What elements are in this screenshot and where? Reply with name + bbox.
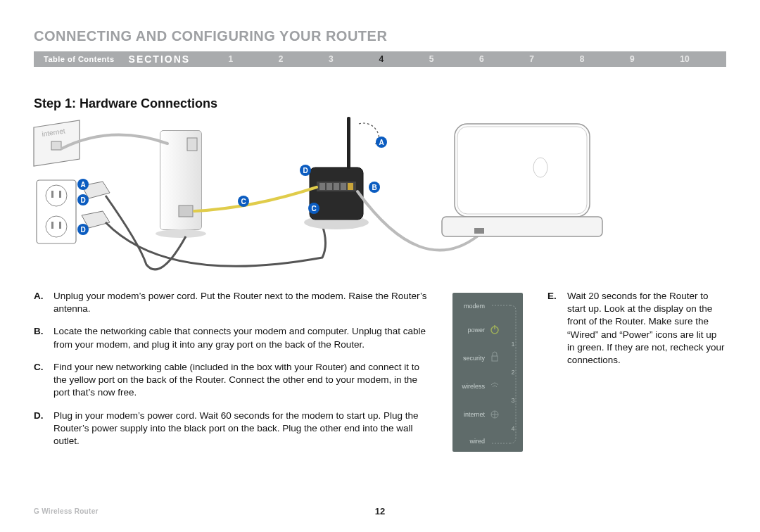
svg-rect-0: [51, 141, 61, 150]
step-letter: D.: [34, 410, 53, 448]
svg-text:2: 2: [511, 369, 514, 376]
list-item: D. Plug in your modem’s power cord. Wait…: [34, 410, 428, 448]
page-footer: G Wireless Router 12: [34, 507, 726, 515]
svg-rect-18: [179, 205, 193, 217]
step-text: Find your new networking cable (included…: [53, 361, 428, 400]
modem-icon: [156, 131, 206, 238]
svg-text:D: D: [303, 167, 308, 175]
svg-rect-2: [37, 180, 76, 243]
svg-point-19: [156, 229, 206, 238]
list-item: A. Unplug your modem’s power cord. Put t…: [34, 290, 428, 315]
svg-text:B: B: [372, 184, 376, 191]
nav-section-2[interactable]: 2: [274, 53, 288, 65]
nav-toc-link[interactable]: Table of Contents: [34, 55, 125, 63]
svg-rect-8: [59, 222, 61, 229]
svg-rect-43: [474, 228, 484, 234]
nav-section-9[interactable]: 9: [626, 53, 639, 65]
list-item: B. Locate the networking cable that conn…: [34, 325, 428, 350]
svg-rect-25: [334, 183, 339, 190]
svg-text:A: A: [80, 181, 85, 189]
svg-rect-5: [59, 191, 61, 198]
footer-product-name: G Wireless Router: [34, 507, 99, 515]
chapter-title: CONNECTING AND CONFIGURING YOUR ROUTER: [34, 28, 726, 44]
svg-rect-24: [327, 183, 332, 190]
svg-rect-42: [442, 217, 602, 236]
svg-text:wireless: wireless: [461, 383, 485, 390]
nav-section-1[interactable]: 1: [224, 53, 237, 65]
power-cord-icon: [106, 221, 326, 266]
svg-text:D: D: [80, 226, 85, 234]
step-heading: Step 1: Hardware Connections: [34, 96, 726, 111]
svg-text:C: C: [311, 205, 316, 213]
nav-section-6[interactable]: 6: [475, 53, 488, 65]
nav-sections-label: SECTIONS: [125, 53, 199, 65]
nav-section-7[interactable]: 7: [525, 53, 538, 65]
step-letter: C.: [34, 361, 53, 400]
section-navbar: Table of Contents SECTIONS 1 2 3 4 5 6 7…: [34, 51, 726, 67]
svg-text:internet: internet: [464, 411, 486, 418]
svg-text:C: C: [241, 198, 246, 205]
svg-rect-28: [347, 117, 350, 169]
laptop-icon: [442, 124, 602, 236]
nav-section-numbers: 1 2 3 4 5 6 7 8 9 10: [198, 53, 726, 65]
svg-rect-23: [319, 183, 325, 190]
nav-section-3[interactable]: 3: [324, 53, 338, 65]
svg-rect-7: [51, 222, 53, 229]
step-text: Unplug your modem’s power cord. Put the …: [53, 290, 428, 315]
step-letter: A.: [34, 290, 53, 315]
nav-section-4[interactable]: 4: [374, 53, 388, 65]
svg-text:1: 1: [511, 341, 514, 348]
svg-text:wired: wired: [469, 438, 485, 445]
svg-rect-4: [51, 191, 53, 198]
nav-section-8[interactable]: 8: [576, 53, 589, 65]
step-letter: B.: [34, 325, 53, 350]
step-letter: E.: [547, 290, 567, 367]
svg-text:D: D: [80, 196, 85, 204]
nav-section-5[interactable]: 5: [425, 53, 438, 65]
list-item: C. Find your new networking cable (inclu…: [34, 361, 428, 400]
yellow-cable-icon: [194, 187, 317, 211]
step-text: Plug in your modem’s power cord. Wait 60…: [53, 410, 428, 448]
svg-text:modem: modem: [464, 303, 485, 310]
power-outlet-icon: [37, 180, 76, 243]
svg-text:security: security: [463, 355, 486, 362]
router-status-panel-icon: modem power security wireless internet w…: [452, 293, 523, 452]
svg-text:power: power: [467, 327, 485, 334]
svg-text:A: A: [379, 139, 384, 146]
svg-rect-17: [187, 138, 197, 151]
svg-rect-26: [341, 183, 346, 190]
svg-text:4: 4: [511, 425, 514, 432]
svg-text:3: 3: [511, 397, 514, 404]
list-item: E. Wait 20 seconds for the Router to sta…: [547, 290, 726, 367]
step-text: Locate the networking cable that connect…: [53, 325, 428, 350]
step-text: Wait 20 seconds for the Router to start …: [567, 290, 726, 367]
svg-rect-27: [348, 183, 353, 190]
instruction-list-right: E. Wait 20 seconds for the Router to sta…: [547, 290, 726, 367]
instruction-list-left: A. Unplug your modem’s power cord. Put t…: [34, 290, 428, 448]
nav-section-10[interactable]: 10: [676, 53, 693, 65]
footer-page-number: 12: [375, 506, 385, 517]
hardware-diagram: internet A D D: [34, 124, 726, 286]
svg-rect-40: [457, 127, 587, 214]
